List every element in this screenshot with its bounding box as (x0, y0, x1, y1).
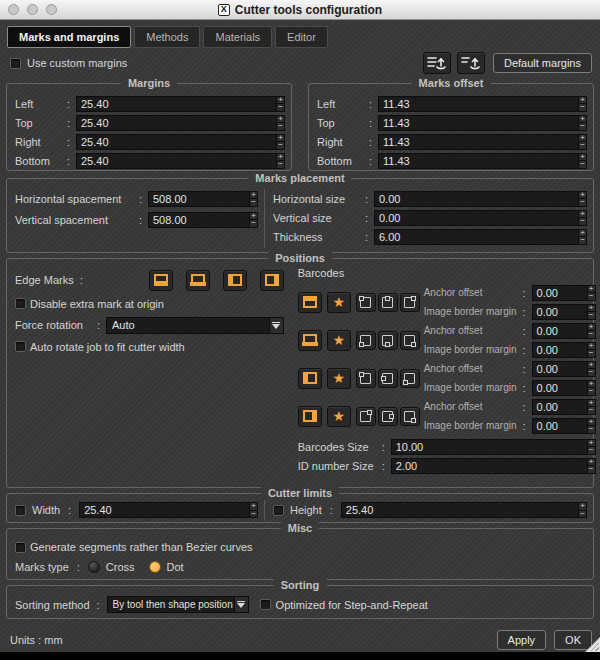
anchor-bottom-center-button[interactable] (378, 331, 398, 350)
anchor-bottom-left-button[interactable] (356, 331, 376, 350)
spin-down-button[interactable]: − (587, 407, 596, 415)
force-rotation-select[interactable]: Auto (106, 317, 284, 334)
spin-down-button[interactable]: − (276, 104, 285, 112)
image-border-margin-bottom-value[interactable]: 0.00 (532, 342, 587, 358)
spin-up-button[interactable]: + (276, 96, 285, 105)
image-border-margin-top-field[interactable]: 0.00+− (532, 304, 596, 320)
spin-down-button[interactable]: − (587, 388, 596, 396)
tab-materials[interactable]: Materials (203, 26, 272, 48)
width-limit-field[interactable]: 25.40+− (79, 502, 258, 518)
spin-up-button[interactable]: + (276, 153, 285, 162)
spin-up-button[interactable]: + (587, 380, 596, 389)
spin-up-button[interactable]: + (578, 229, 587, 238)
edge-mark-bottom-button[interactable] (149, 270, 173, 291)
default-margins-button[interactable]: Default margins (493, 53, 592, 73)
spin-down-button[interactable]: − (276, 161, 285, 169)
width-limit-checkbox[interactable] (15, 505, 26, 516)
barcode-edge-bottom-button[interactable] (298, 330, 322, 351)
chevron-down-icon[interactable] (234, 597, 248, 612)
anchor-top-center-button[interactable] (378, 293, 398, 312)
spin-up-button[interactable]: + (587, 361, 596, 370)
anchor-top-left-button[interactable] (356, 293, 376, 312)
sorting-method-select[interactable]: By tool then shape position (107, 596, 249, 613)
margin-top-value[interactable]: 25.40 (76, 115, 276, 131)
spin-down-button[interactable]: − (276, 123, 285, 131)
barcodes-size-value[interactable]: 10.00 (391, 439, 587, 455)
margin-right-value[interactable]: 25.40 (76, 134, 276, 150)
horizontal-size-field[interactable]: 0.00+− (374, 191, 587, 207)
spin-up-button[interactable]: + (249, 212, 258, 221)
offset-left-field[interactable]: 11.43+− (378, 96, 587, 112)
anchor-offset-left-field[interactable]: 0.00+− (532, 361, 596, 377)
zoom-window-button[interactable] (46, 4, 57, 15)
spin-up-button[interactable]: + (578, 502, 587, 511)
height-limit-value[interactable]: 25.40 (341, 502, 578, 518)
spin-up-button[interactable]: + (587, 323, 596, 332)
barcode-star-right-button[interactable]: ★ (327, 406, 351, 427)
image-border-margin-left-value[interactable]: 0.00 (532, 380, 587, 396)
vertical-size-field[interactable]: 0.00+− (374, 210, 587, 226)
spin-up-button[interactable]: + (578, 96, 587, 105)
save-margins-preset-button[interactable] (423, 52, 451, 74)
spin-up-button[interactable]: + (276, 134, 285, 143)
close-window-button[interactable] (8, 4, 19, 15)
height-limit-checkbox[interactable] (273, 505, 284, 516)
spin-up-button[interactable]: + (587, 399, 596, 408)
anchor-offset-bottom-field[interactable]: 0.00+− (532, 323, 596, 339)
spin-down-button[interactable]: − (587, 293, 596, 301)
horizontal-spacement-value[interactable]: 508.00 (148, 191, 249, 207)
margin-left-field[interactable]: 25.40+− (76, 96, 285, 112)
spin-up-button[interactable]: + (578, 115, 587, 124)
spin-down-button[interactable]: − (587, 312, 596, 320)
spin-up-button[interactable]: + (587, 458, 596, 467)
edge-mark-left-button[interactable] (223, 270, 247, 291)
image-border-margin-bottom-field[interactable]: 0.00+− (532, 342, 596, 358)
spin-down-button[interactable]: − (587, 331, 596, 339)
image-border-margin-top-value[interactable]: 0.00 (532, 304, 587, 320)
offset-right-field[interactable]: 11.43+− (378, 134, 587, 150)
barcode-edge-left-button[interactable] (298, 368, 322, 389)
tab-methods[interactable]: Methods (134, 26, 200, 48)
margin-bottom-field[interactable]: 25.40+− (76, 153, 285, 169)
anchor-offset-top-field[interactable]: 0.00+− (532, 285, 596, 301)
barcode-edge-top-button[interactable] (298, 292, 322, 313)
spin-down-button[interactable]: − (578, 511, 587, 519)
margin-bottom-value[interactable]: 25.40 (76, 153, 276, 169)
edge-mark-right-button[interactable] (260, 270, 284, 291)
image-border-margin-right-value[interactable]: 0.00 (532, 418, 587, 434)
offset-right-value[interactable]: 11.43 (378, 134, 578, 150)
spin-up-button[interactable]: + (249, 191, 258, 200)
height-limit-field[interactable]: 25.40+− (341, 502, 587, 518)
spin-down-button[interactable]: − (578, 123, 587, 131)
barcode-star-top-button[interactable]: ★ (327, 292, 351, 313)
spin-up-button[interactable]: + (587, 304, 596, 313)
spin-up-button[interactable]: + (578, 153, 587, 162)
spin-down-button[interactable]: − (276, 142, 285, 150)
anchor-bottom-right-button[interactable] (400, 331, 420, 350)
spin-up-button[interactable]: + (578, 191, 587, 200)
anchor-left-center-button[interactable] (378, 369, 398, 388)
anchor-offset-right-field[interactable]: 0.00+− (532, 399, 596, 415)
horizontal-size-value[interactable]: 0.00 (374, 191, 578, 207)
vertical-size-value[interactable]: 0.00 (374, 210, 578, 226)
margin-top-field[interactable]: 25.40+− (76, 115, 285, 131)
optimized-step-repeat-checkbox[interactable] (260, 599, 271, 610)
marks-type-dot-radio[interactable] (149, 561, 161, 573)
spin-down-button[interactable]: − (249, 199, 258, 207)
apply-button[interactable]: Apply (497, 630, 547, 650)
margin-left-value[interactable]: 25.40 (76, 96, 276, 112)
minimize-window-button[interactable] (27, 4, 38, 15)
anchor-offset-right-value[interactable]: 0.00 (532, 399, 587, 415)
spin-up-button[interactable]: + (587, 285, 596, 294)
anchor-offset-top-value[interactable]: 0.00 (532, 285, 587, 301)
offset-top-field[interactable]: 11.43+− (378, 115, 587, 131)
image-border-margin-left-field[interactable]: 0.00+− (532, 380, 596, 396)
tab-marks-and-margins[interactable]: Marks and margins (7, 26, 131, 48)
offset-bottom-value[interactable]: 11.43 (378, 153, 578, 169)
id-number-size-value[interactable]: 2.00 (391, 458, 587, 474)
image-border-margin-right-field[interactable]: 0.00+− (532, 418, 596, 434)
use-custom-margins-checkbox[interactable] (10, 58, 21, 69)
anchor-left-top-button[interactable] (356, 369, 376, 388)
id-number-size-field[interactable]: 2.00+− (391, 458, 596, 474)
offset-left-value[interactable]: 11.43 (378, 96, 578, 112)
